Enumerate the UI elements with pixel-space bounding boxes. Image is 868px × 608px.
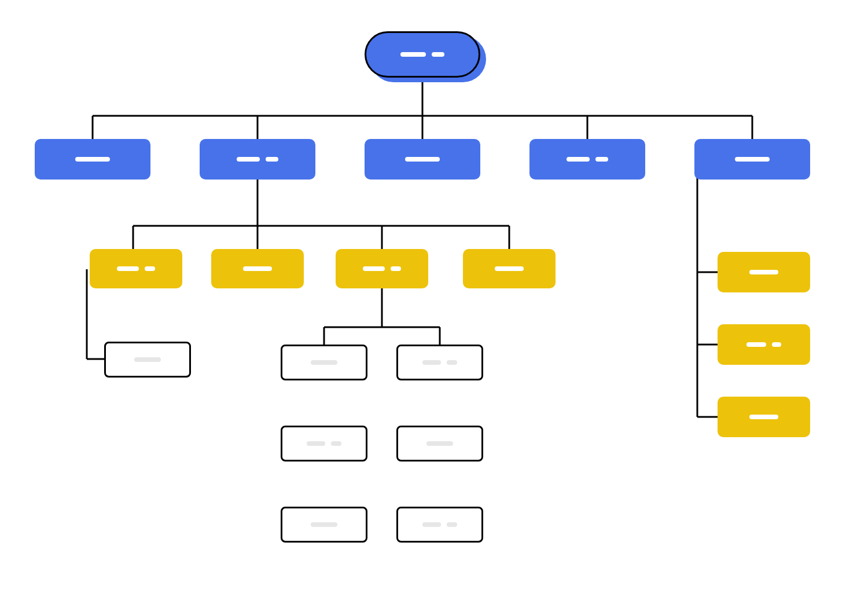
level3-grid-r1c1 — [281, 345, 367, 380]
level1-node-1 — [35, 139, 150, 180]
level3-grid-r2c1 — [281, 426, 367, 462]
level1-node-4 — [529, 139, 645, 180]
level2-node-4 — [463, 249, 556, 288]
org-chart-diagram — [0, 0, 868, 608]
level1-node-5 — [694, 139, 810, 180]
level2-node-5c — [718, 397, 810, 437]
level2-node-5a — [718, 252, 810, 292]
level3-grid-r3c1 — [281, 507, 367, 543]
level2-node-1 — [90, 249, 182, 288]
level1-node-2 — [200, 139, 315, 180]
level2-node-3 — [336, 249, 428, 288]
level1-node-3 — [365, 139, 480, 180]
level3-node-1 — [104, 342, 191, 378]
level3-grid-r1c2 — [396, 345, 483, 380]
level3-grid-r2c2 — [396, 426, 483, 462]
level2-node-2 — [211, 249, 304, 288]
level3-grid-r3c2 — [396, 507, 483, 543]
root-node — [365, 31, 480, 78]
level2-node-5b — [718, 324, 810, 365]
